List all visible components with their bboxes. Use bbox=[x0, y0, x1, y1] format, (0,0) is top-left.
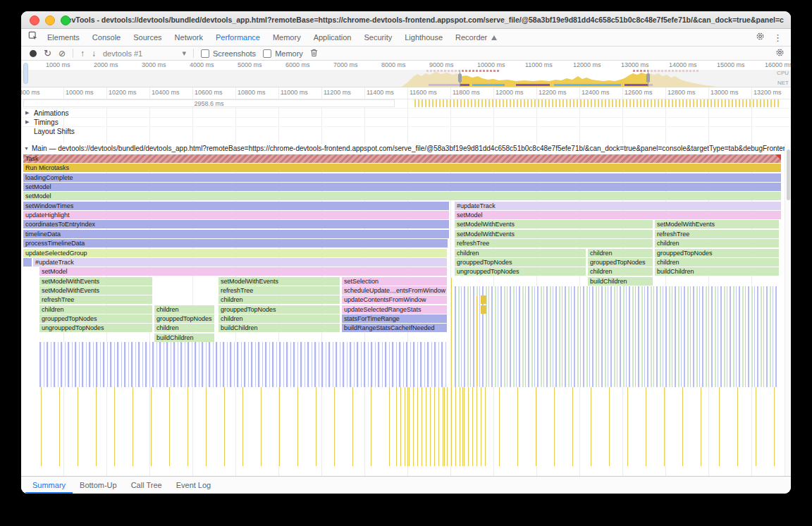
flame-bar-setmodel[interactable]: setModel bbox=[39, 267, 447, 276]
flame-bar-grouppedtopnodes[interactable]: grouppedTopNodes bbox=[588, 258, 653, 267]
tab-console[interactable]: Console bbox=[86, 29, 127, 46]
flame-bar-children[interactable]: children bbox=[154, 305, 214, 314]
flame-bar-children[interactable]: children bbox=[588, 267, 653, 276]
flame-bar-setmodelwithevents[interactable]: setModelWithEvents bbox=[39, 277, 152, 286]
flame-bar-scheduleupdate-entsfromwindow[interactable]: scheduleUpdate…entsFromWindow bbox=[342, 286, 447, 295]
flame-bar-updatetrack[interactable]: #updateTrack bbox=[455, 202, 781, 210]
flame-bar-buildrangestatscacheifneeded[interactable]: buildRangeStatsCacheIfNeeded bbox=[342, 324, 447, 332]
flame-bar-statsfortimerange[interactable]: statsForTimeRange bbox=[342, 314, 447, 323]
tab-lighthouse[interactable]: Lighthouse bbox=[398, 29, 449, 46]
settings-gear-icon[interactable] bbox=[756, 31, 765, 44]
tab-application[interactable]: Application bbox=[307, 29, 358, 46]
flame-bar-setmodel[interactable]: setModel bbox=[23, 183, 781, 191]
screenshots-checkbox[interactable] bbox=[201, 49, 209, 58]
flame-bar-children[interactable]: children bbox=[154, 324, 214, 332]
expand-arrow-icon[interactable]: ▼ bbox=[24, 146, 30, 151]
tab-label: Application bbox=[314, 33, 352, 42]
reload-and-record-button[interactable]: ↻ bbox=[44, 49, 51, 58]
flame-bar-ungrouppedtopnodes[interactable]: ungrouppedTopNodes bbox=[455, 267, 586, 276]
tab-sources[interactable]: Sources bbox=[127, 29, 168, 46]
flame-bar-updatehighlight[interactable]: updateHighlight bbox=[23, 211, 449, 219]
flame-chart[interactable]: 9800 ms10000 ms10200 ms10400 ms10600 ms1… bbox=[21, 87, 791, 476]
more-options-icon[interactable]: ⋮ bbox=[773, 32, 782, 43]
flame-bar-loadingcomplete[interactable]: loadingComplete bbox=[23, 173, 781, 182]
flame-bar-refreshtree[interactable]: refreshTree bbox=[39, 295, 152, 304]
tab-recorder[interactable]: Recorder bbox=[449, 29, 503, 46]
timeline-overview[interactable]: 1000 ms2000 ms3000 ms4000 ms5000 ms6000 … bbox=[21, 61, 791, 87]
flame-bar-task[interactable]: Task bbox=[23, 154, 781, 163]
flame-bar-grouppedtopnodes[interactable]: grouppedTopNodes bbox=[219, 305, 340, 314]
selection-right-handle[interactable] bbox=[646, 73, 650, 82]
tab-memory[interactable]: Memory bbox=[266, 29, 307, 46]
flame-bar-setmodel[interactable]: setModel bbox=[23, 192, 781, 200]
flame-bar-ungrouppedtopnodes[interactable]: ungrouppedTopNodes bbox=[39, 324, 152, 332]
trash-icon[interactable] bbox=[310, 49, 318, 59]
tab-performance[interactable]: Performance bbox=[209, 29, 266, 46]
flame-bar-processtimelinedata[interactable]: processTimelineData bbox=[23, 239, 448, 247]
main-thread-header[interactable]: ▼ Main — devtools://devtools/bundled/dev… bbox=[21, 144, 785, 153]
record-button[interactable] bbox=[30, 50, 37, 57]
flame-bar-children[interactable]: children bbox=[219, 314, 340, 323]
flame-bar-updateselectedgroup[interactable]: updateSelectedGroup bbox=[23, 249, 447, 257]
drawer-tab-bottom-up[interactable]: Bottom-Up bbox=[73, 477, 124, 494]
clear-button[interactable]: ⊘ bbox=[59, 49, 66, 58]
flame-bar-setmodelwithevents[interactable]: setModelWithEvents bbox=[219, 277, 340, 286]
session-select[interactable]: devtools #1 ▾ bbox=[103, 49, 186, 58]
flame-bar-setwindowtimes[interactable]: setWindowTimes bbox=[23, 202, 449, 210]
warning-icon bbox=[491, 35, 497, 40]
flame-bar-children[interactable]: children bbox=[588, 249, 653, 257]
flame-bar-refreshtree[interactable]: refreshTree bbox=[655, 230, 779, 238]
flame-bar-updateselectedrangestats[interactable]: updateSelectedRangeStats bbox=[342, 305, 447, 314]
flame-bar-children[interactable]: children bbox=[39, 305, 152, 314]
flame-bar-refreshtree[interactable]: refreshTree bbox=[219, 286, 340, 295]
flame-bar-grouppedtopnodes[interactable]: grouppedTopNodes bbox=[655, 249, 779, 257]
drawer-tab-summary[interactable]: Summary bbox=[25, 477, 73, 494]
flame-bar-buildchildren[interactable]: buildChildren bbox=[154, 334, 214, 342]
flame-scrollbar[interactable] bbox=[785, 144, 791, 476]
save-profile-button[interactable]: ↓ bbox=[92, 49, 96, 58]
flame-bar-setmodelwithevents[interactable]: setModelWithEvents bbox=[455, 220, 653, 228]
memory-toggle[interactable]: Memory bbox=[263, 49, 303, 58]
flame-bar-children[interactable]: children bbox=[655, 239, 779, 247]
flame-bar-setselection[interactable]: setSelection bbox=[342, 277, 447, 286]
flame-bar[interactable] bbox=[481, 305, 486, 314]
flame-bar-grouppedtopnodes[interactable]: grouppedTopNodes bbox=[154, 314, 214, 323]
flame-bar-updatetrack[interactable]: #updateTrack bbox=[33, 258, 447, 267]
flame-bar-children[interactable]: children bbox=[455, 249, 586, 257]
tab-network[interactable]: Network bbox=[168, 29, 209, 46]
drawer-tab-event-log[interactable]: Event Log bbox=[169, 477, 219, 494]
flame-bar-grouppedtopnodes[interactable]: grouppedTopNodes bbox=[455, 258, 586, 267]
inspect-element-button[interactable] bbox=[25, 31, 41, 44]
screenshots-toggle[interactable]: Screenshots bbox=[201, 49, 256, 58]
selection-left-handle[interactable] bbox=[458, 73, 462, 82]
flame-bar-buildchildren[interactable]: buildChildren bbox=[655, 267, 779, 276]
overview-left-grip[interactable] bbox=[23, 63, 28, 84]
tab-security[interactable]: Security bbox=[357, 29, 398, 46]
flame-bar-refreshtree[interactable]: refreshTree bbox=[455, 239, 653, 247]
memory-checkbox[interactable] bbox=[263, 49, 271, 58]
scrollbar-thumb[interactable] bbox=[787, 149, 790, 200]
flame-bar-children[interactable]: children bbox=[655, 258, 779, 267]
load-profile-button[interactable]: ↑ bbox=[80, 49, 85, 58]
flame-bar-setmodelwithevents[interactable]: setModelWithEvents bbox=[455, 230, 653, 238]
tab-elements[interactable]: Elements bbox=[41, 29, 86, 46]
flame-bar-updatecontentsfromwindow[interactable]: updateContentsFromWindow bbox=[342, 295, 447, 304]
flame-bar-timelinedata[interactable]: timelineData bbox=[23, 230, 449, 238]
flame-bar[interactable] bbox=[23, 258, 32, 267]
flame-bar-setmodelwithevents[interactable]: setModelWithEvents bbox=[655, 220, 779, 228]
flame-bar-coordinatestoentryindex[interactable]: coordinatesToEntryIndex bbox=[23, 220, 449, 228]
flame-bar-buildchildren[interactable]: buildChildren bbox=[219, 324, 340, 332]
overview-band[interactable]: CPU NET bbox=[21, 70, 791, 87]
flame-bar-setmodelwithevents[interactable]: setModelWithEvents bbox=[39, 286, 152, 295]
capture-settings-gear-icon[interactable] bbox=[775, 48, 785, 59]
zoom-window-button[interactable] bbox=[61, 16, 70, 25]
flame-bar-setmodel[interactable]: setModel bbox=[455, 211, 781, 219]
flame-bar-grouppedtopnodes[interactable]: grouppedTopNodes bbox=[39, 314, 152, 323]
flame-bar-children[interactable]: children bbox=[219, 295, 340, 304]
minimize-window-button[interactable] bbox=[45, 16, 55, 25]
drawer-tab-call-tree[interactable]: Call Tree bbox=[124, 477, 169, 494]
flame-bar-buildchildren[interactable]: buildChildren bbox=[588, 277, 653, 286]
flame-bar[interactable] bbox=[481, 295, 486, 304]
close-window-button[interactable] bbox=[30, 16, 39, 25]
flame-bar-run-microtasks[interactable]: Run Microtasks bbox=[23, 164, 781, 172]
